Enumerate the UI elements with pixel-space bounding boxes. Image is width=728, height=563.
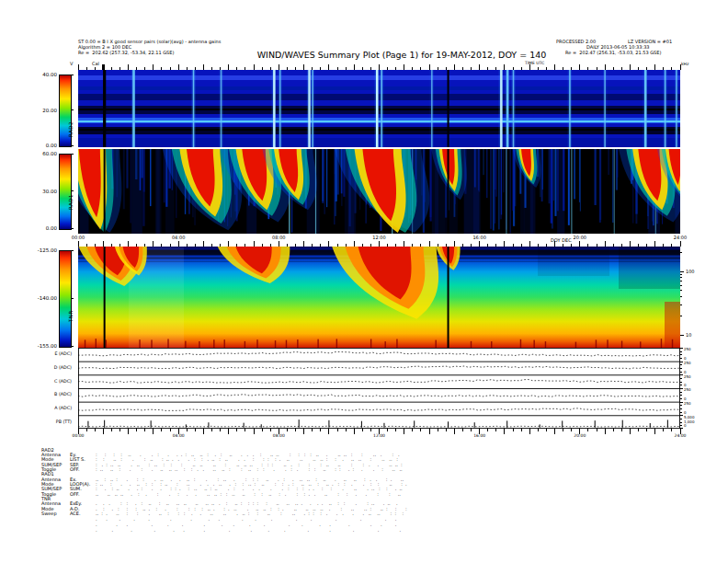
tnr-freq-minor-tick	[680, 252, 682, 253]
bottom-axis-tick	[254, 429, 255, 434]
footer-dots-row: : . : .. . . : . . : : . : .. .. : .. . …	[96, 487, 680, 491]
footer-dots-row: .. .. .. .. . : . : . : . . .. .. : : ..…	[96, 492, 680, 497]
bottom-axis-tick	[95, 429, 96, 431]
bottom-axis-tick	[621, 429, 622, 431]
line-panel-minor-tick	[680, 382, 682, 383]
bottom-axis-tick	[370, 429, 371, 431]
time-tick-label: 16:00	[470, 235, 490, 240]
bottom-axis-tick	[646, 429, 647, 431]
line-panel-tick	[680, 348, 683, 349]
time-tick-label: 04:00	[168, 433, 188, 439]
colorbar-tick	[71, 75, 74, 75]
line-panel-label: B (ADC)	[35, 392, 72, 396]
bottom-axis-tick	[270, 429, 271, 431]
cal-line	[104, 149, 106, 234]
bottom-axis-tick	[144, 429, 145, 431]
line-panel-minor-tick	[680, 425, 682, 426]
colorbar-tick	[71, 109, 74, 110]
time-tick-label: 08:00	[268, 235, 289, 240]
tnr-freq-minor-tick	[680, 274, 682, 275]
bottom-axis-tick	[462, 429, 463, 431]
bottom-axis-tick	[554, 429, 555, 434]
footer-row-value: OFF.	[70, 467, 79, 472]
bottom-axis-tick	[387, 429, 388, 431]
plot-canvas: 40.0020.000.00RAD260.0030.000.00RAD1-125…	[0, 0, 728, 563]
colorbar-tick	[71, 228, 74, 229]
bottom-axis-tick	[312, 429, 313, 431]
tnr-freq-minor-tick	[680, 316, 682, 316]
bottom-axis-tick	[111, 429, 112, 431]
tnr-freq-label: 100	[686, 269, 695, 274]
bottom-axis-tick	[203, 429, 204, 434]
footer-dots-row: : : .. : . : .. : .. . . . : : . .. : ..…	[96, 457, 680, 462]
tnr-spectrogram	[78, 247, 680, 348]
line-panel-tick	[680, 415, 683, 416]
line-panel-minor-tick	[680, 422, 682, 423]
line-panel-minor-tick	[680, 378, 682, 379]
housekeeping-line-panels	[78, 348, 680, 429]
bottom-axis-tick	[654, 429, 655, 434]
footer-row-value: OFF.	[70, 492, 79, 497]
footer-dots-row: . . . . . . . . . . . . . . . . .	[96, 517, 680, 522]
time-tick-label: 12:00	[370, 433, 390, 439]
rad2-spectrogram	[78, 70, 680, 147]
time-tick-label: 20:00	[570, 433, 590, 439]
bottom-axis-tick	[521, 429, 522, 431]
bottom-axis-tick	[328, 429, 329, 434]
bottom-axis-tick	[420, 429, 421, 431]
colorbar-tick	[71, 250, 74, 251]
tnr-freq-minor-tick	[680, 281, 682, 282]
footer-dots-row: .. : . .. : : . .. : : : . . .. .. . .. …	[96, 511, 680, 516]
bottom-axis-tick	[504, 429, 505, 434]
line-panel-minor-tick	[680, 358, 682, 359]
colorbar-tick	[71, 154, 74, 155]
tnr-freq-minor-tick	[680, 296, 682, 297]
tnr-freq-minor-tick	[680, 277, 682, 278]
footer-dots-row: : : : : .. . . : . . . : .. .. : . : .. …	[96, 453, 680, 457]
line-panel-minor-tick	[680, 405, 682, 406]
time-tick-label: 08:00	[268, 433, 289, 439]
cal-line	[104, 247, 106, 348]
bottom-axis-tick	[228, 429, 229, 434]
line-panel-minor-tick	[680, 385, 682, 385]
bottom-axis-tick	[236, 429, 237, 431]
bottom-axis-tick	[487, 429, 488, 431]
bottom-axis-tick	[337, 429, 338, 431]
panel-name-label: RAD1	[68, 186, 74, 210]
line-panel-minor-tick	[680, 419, 682, 419]
bottom-axis-tick	[295, 429, 296, 431]
bottom-axis-tick	[220, 429, 221, 431]
bottom-axis-tick	[513, 429, 514, 431]
footer-dots-row: . . . . . . . . . . . . . . .	[96, 528, 680, 533]
line-panel-minor-tick	[680, 408, 682, 409]
footer-dots-row: . : . : : : .. . : . : : : : .. . : . ..…	[96, 507, 680, 511]
cal-line	[103, 70, 106, 147]
bottom-axis-tick	[546, 429, 547, 431]
bottom-axis-tick	[346, 429, 347, 431]
footer-row-label: Sweep	[41, 511, 57, 516]
time-tick-label: 12:00	[370, 235, 390, 240]
line-panel-ymax-label: 250	[684, 348, 691, 352]
line-panel-minor-tick	[680, 412, 682, 413]
bottom-axis-tick	[563, 429, 563, 431]
bottom-axis-tick	[438, 429, 438, 431]
bottom-axis-tick	[161, 429, 162, 431]
bottom-axis-tick	[446, 429, 447, 431]
bottom-axis-tick	[538, 429, 539, 431]
tnr-freq-minor-tick	[680, 285, 682, 286]
bottom-axis-tick	[597, 429, 597, 431]
line-panel-label: A (ADC)	[35, 406, 72, 410]
footer-dots-row: . . . : : . : .. : .. .. .. .. .. .. . :…	[96, 501, 680, 506]
time-tick-label: 24:00	[670, 433, 690, 439]
bottom-axis-tick	[613, 429, 614, 431]
line-panel-minor-tick	[680, 351, 682, 352]
bottom-axis-tick	[245, 429, 245, 431]
line-panel-ymax-label: 250	[684, 402, 691, 407]
bottom-axis-tick	[128, 429, 129, 434]
bottom-axis-tick	[630, 429, 631, 434]
footer-dots-row: : . : .. .. . .. : .. : : : .. .. .. : .…	[96, 463, 680, 467]
line-panel-tick	[680, 362, 683, 362]
colorbar-tick-label: 40.00	[19, 72, 57, 77]
cal-line	[448, 149, 449, 234]
wind-waves-summary-plot: ST 0.00 = B I X good sensor pairs (solar…	[0, 0, 728, 563]
